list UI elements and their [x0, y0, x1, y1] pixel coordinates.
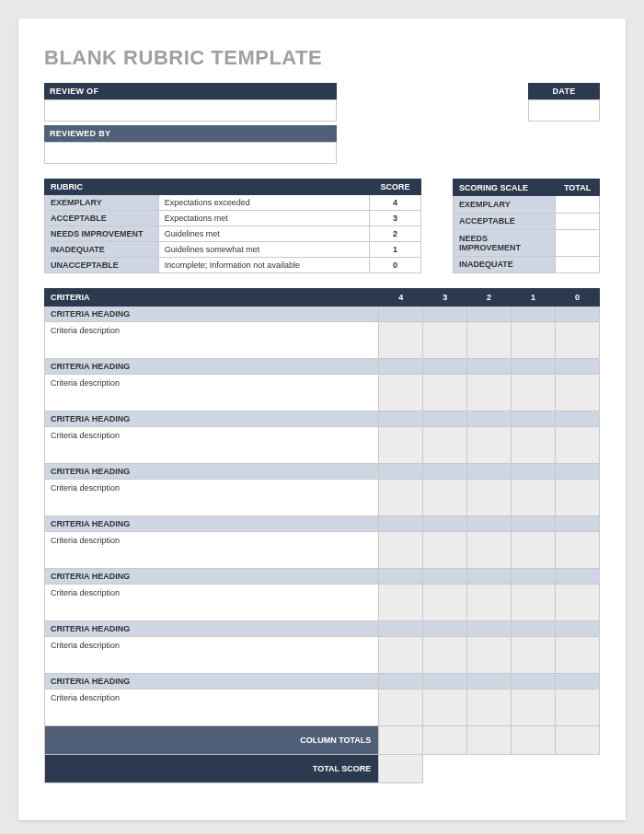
criteria-score-cell[interactable] — [467, 375, 512, 411]
criteria-score-cell[interactable] — [512, 322, 556, 359]
criteria-score-cell[interactable] — [423, 689, 467, 726]
criteria-score-cell[interactable] — [379, 427, 423, 464]
rubric-label: INADEQUATE — [45, 242, 159, 258]
scale-total-cell[interactable] — [556, 256, 600, 272]
column-total-4[interactable] — [379, 726, 423, 755]
date-label: DATE — [528, 83, 600, 99]
column-total-2[interactable] — [467, 726, 512, 755]
column-totals-row: COLUMN TOTALS — [45, 726, 600, 755]
criteria-heading-row: CRITERIA HEADING — [45, 516, 600, 532]
rubric-header: RUBRIC — [45, 180, 159, 195]
criteria-heading: CRITERIA HEADING — [45, 464, 379, 480]
criteria-score-cell[interactable] — [379, 375, 423, 411]
criteria-score-cell[interactable] — [556, 689, 600, 726]
criteria-score-cell[interactable] — [467, 322, 512, 359]
criteria-score-cell[interactable] — [467, 480, 512, 516]
criteria-score-cell[interactable] — [379, 532, 423, 569]
rubric-row: ACCEPTABLEExpectations met3 — [45, 211, 421, 226]
total-header: TOTAL — [556, 180, 600, 196]
criteria-score-cell[interactable] — [556, 427, 600, 464]
criteria-score-cell[interactable] — [379, 585, 423, 621]
criteria-score-cell[interactable] — [556, 585, 600, 621]
scoring-scale-row: EXEMPLARY — [454, 196, 600, 213]
column-total-0[interactable] — [556, 726, 600, 755]
criteria-score-cell[interactable] — [512, 689, 556, 726]
rubric-desc: Expectations exceeded — [158, 195, 369, 211]
total-score-row: TOTAL SCORE — [45, 755, 600, 783]
criteria-description: Criteria description — [45, 637, 379, 674]
page-title: BLANK RUBRIC TEMPLATE — [44, 46, 600, 70]
rubric-row: NEEDS IMPROVEMENTGuidelines met2 — [45, 226, 421, 242]
scale-total-cell[interactable] — [556, 229, 600, 256]
criteria-desc-row: Criteria description — [45, 427, 600, 464]
criteria-heading: CRITERIA HEADING — [45, 359, 379, 375]
criteria-score-cell[interactable] — [512, 427, 556, 464]
criteria-score-cell[interactable] — [423, 585, 467, 621]
criteria-score-cell[interactable] — [467, 689, 512, 726]
criteria-desc-row: Criteria description — [45, 322, 600, 359]
criteria-heading-row: CRITERIA HEADING — [45, 569, 600, 585]
criteria-score-cell[interactable] — [512, 637, 556, 674]
score-col-1: 1 — [512, 289, 556, 307]
date-input[interactable] — [528, 99, 600, 122]
criteria-score-cell[interactable] — [512, 375, 556, 411]
criteria-heading: CRITERIA HEADING — [45, 307, 379, 322]
rubric-table: RUBRIC SCORE EXEMPLARYExpectations excee… — [44, 179, 421, 273]
criteria-score-cell[interactable] — [556, 532, 600, 569]
criteria-score-cell[interactable] — [556, 637, 600, 674]
criteria-score-cell[interactable] — [556, 480, 600, 516]
rubric-label: ACCEPTABLE — [45, 211, 159, 226]
document-page: BLANK RUBRIC TEMPLATE REVIEW OF DATE REV… — [18, 18, 626, 820]
criteria-score-cell[interactable] — [423, 532, 467, 569]
criteria-score-cell[interactable] — [512, 532, 556, 569]
criteria-score-cell[interactable] — [512, 480, 556, 516]
criteria-desc-row: Criteria description — [45, 480, 600, 516]
rubric-desc: Incomplete; Information not available — [158, 258, 369, 273]
criteria-desc-row: Criteria description — [45, 637, 600, 674]
rubric-desc: Expectations met — [158, 211, 369, 226]
column-total-3[interactable] — [423, 726, 467, 755]
criteria-score-cell[interactable] — [467, 637, 512, 674]
scale-total-cell[interactable] — [556, 196, 600, 213]
criteria-score-cell[interactable] — [467, 585, 512, 621]
rubric-row: EXEMPLARYExpectations exceeded4 — [45, 195, 421, 211]
criteria-score-cell[interactable] — [556, 322, 600, 359]
criteria-desc-row: Criteria description — [45, 585, 600, 621]
criteria-heading: CRITERIA HEADING — [45, 411, 379, 427]
scale-label: INADEQUATE — [454, 256, 556, 272]
criteria-score-cell[interactable] — [556, 375, 600, 411]
criteria-score-cell[interactable] — [512, 585, 556, 621]
score-col-0: 0 — [556, 289, 600, 307]
rubric-score: 1 — [370, 242, 421, 258]
criteria-heading: CRITERIA HEADING — [45, 621, 379, 637]
criteria-score-cell[interactable] — [423, 480, 467, 516]
criteria-heading-row: CRITERIA HEADING — [45, 621, 600, 637]
criteria-score-cell[interactable] — [423, 637, 467, 674]
criteria-description: Criteria description — [45, 689, 379, 726]
scale-label: EXEMPLARY — [454, 196, 556, 213]
scale-total-cell[interactable] — [556, 213, 600, 229]
criteria-score-cell[interactable] — [467, 532, 512, 569]
criteria-score-cell[interactable] — [423, 427, 467, 464]
rubric-label: EXEMPLARY — [45, 195, 159, 211]
criteria-score-cell[interactable] — [379, 480, 423, 516]
score-col-3: 3 — [423, 289, 467, 307]
criteria-score-cell[interactable] — [379, 689, 423, 726]
scoring-scale-header: SCORING SCALE — [454, 180, 556, 196]
criteria-score-cell[interactable] — [379, 322, 423, 359]
criteria-score-cell[interactable] — [423, 322, 467, 359]
criteria-score-cell[interactable] — [423, 375, 467, 411]
rubric-label: UNACCEPTABLE — [45, 258, 159, 273]
rubric-desc: Guidelines somewhat met — [158, 242, 369, 258]
rubric-score: 0 — [370, 258, 421, 273]
review-of-input[interactable] — [44, 99, 337, 122]
column-total-1[interactable] — [512, 726, 556, 755]
reviewed-by-label: REVIEWED BY — [44, 125, 337, 142]
total-score-value[interactable] — [379, 755, 423, 783]
score-col-2: 2 — [467, 289, 512, 307]
scoring-scale-row: ACCEPTABLE — [454, 213, 600, 229]
criteria-score-cell[interactable] — [467, 427, 512, 464]
rubric-label: NEEDS IMPROVEMENT — [45, 226, 159, 242]
criteria-score-cell[interactable] — [379, 637, 423, 674]
reviewed-by-input[interactable] — [44, 142, 337, 164]
